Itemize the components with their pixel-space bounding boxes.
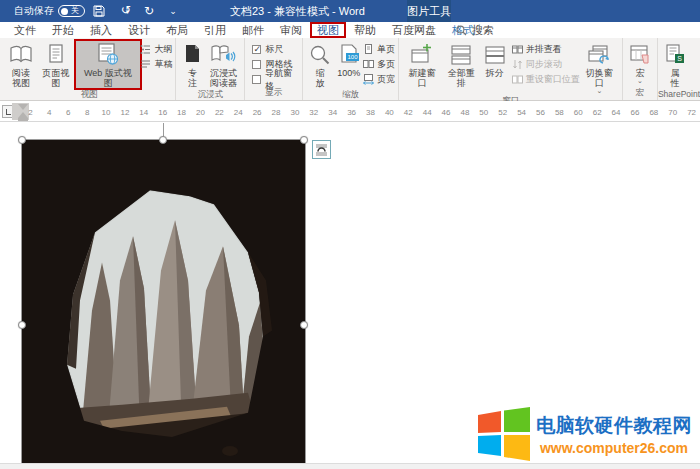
tab-mailings[interactable]: 邮件 <box>234 23 272 38</box>
document-canvas[interactable]: 电脑软硬件教程网 www.computer26.com <box>0 122 700 469</box>
ruler-number: 46 <box>437 103 456 123</box>
nav-pane-checkbox-row[interactable]: 导航窗格 <box>252 73 299 86</box>
ruler-number: 44 <box>418 103 437 123</box>
layout-options-button[interactable] <box>312 140 331 159</box>
search-control[interactable]: 搜索 <box>456 22 494 38</box>
outline-label: 大纲 <box>154 43 172 56</box>
group-zoom: 缩放 100 100% 单页 多页 页宽 <box>303 38 399 100</box>
multi-page-label: 多页 <box>377 58 395 71</box>
zoom-100-button[interactable]: 100 100% <box>334 41 363 78</box>
resize-handle-middle-left[interactable] <box>18 321 26 329</box>
tab-file[interactable]: 文件 <box>6 23 44 38</box>
split-button[interactable]: 拆分 <box>481 41 509 78</box>
tab-view[interactable]: 视图 <box>310 22 346 38</box>
multi-page-button[interactable]: 多页 <box>363 58 395 71</box>
horizontal-ruler[interactable]: 2468101214161820222426283032343638404244… <box>0 101 700 122</box>
read-mode-icon <box>9 42 33 67</box>
ruler-number: 20 <box>191 103 210 123</box>
read-mode-label: 阅读视图 <box>11 68 31 88</box>
redo-icon[interactable]: ↻ <box>141 4 157 18</box>
tab-insert[interactable]: 插入 <box>82 23 120 38</box>
undo-caret-icon[interactable]: ▾ <box>126 8 130 15</box>
ruler-number: 34 <box>323 103 342 123</box>
switch-windows-icon <box>587 42 611 67</box>
svg-text:100: 100 <box>347 54 358 60</box>
left-indent-marker[interactable] <box>18 118 28 121</box>
ruler-number: 62 <box>588 103 607 123</box>
print-layout-icon <box>46 42 66 67</box>
side-by-side-button[interactable]: 并排查看 <box>512 43 580 56</box>
split-label: 拆分 <box>486 68 504 78</box>
autosave-state: 关 <box>71 7 79 15</box>
layout-options-icon <box>315 143 328 156</box>
rotation-handle[interactable] <box>163 123 164 137</box>
ruler-number: 56 <box>531 103 550 123</box>
macros-group-label: 宏 <box>623 86 657 100</box>
group-views: 阅读视图 页面视图 Web 版式视图 大纲 <box>3 38 176 100</box>
tab-references[interactable]: 引用 <box>196 23 234 38</box>
tab-review[interactable]: 审阅 <box>272 23 310 38</box>
group-macros: 宏 ⌄ 宏 <box>623 38 658 100</box>
ruler-number: 38 <box>361 103 380 123</box>
ruler-number: 64 <box>607 103 626 123</box>
properties-button[interactable]: S 属性 <box>661 41 689 88</box>
tab-baidu-netdisk[interactable]: 百度网盘 <box>384 23 444 38</box>
one-page-button[interactable]: 单页 <box>363 43 395 56</box>
new-window-button[interactable]: 新建窗口 <box>402 41 441 88</box>
group-show: 标尺 网格线 导航窗格 显示 <box>245 38 303 100</box>
ruler-number: 26 <box>248 103 267 123</box>
web-layout-icon <box>96 42 120 67</box>
page-width-button[interactable]: 页宽 <box>363 73 395 86</box>
ruler-number: 36 <box>342 103 361 123</box>
ruler-number: 32 <box>304 103 323 123</box>
ruler-number: 42 <box>399 103 418 123</box>
arrange-all-button[interactable]: 全部重排 <box>442 41 481 88</box>
ruler-number: 72 <box>682 103 700 123</box>
first-line-indent-marker[interactable] <box>18 104 28 110</box>
resize-handle-top-right[interactable] <box>300 136 308 144</box>
reset-position-button: 重设窗口位置 <box>512 73 580 86</box>
autosave-control[interactable]: 自动保存 关 <box>14 4 85 18</box>
autosave-toggle[interactable]: 关 <box>58 5 85 17</box>
ruler-checkbox-row[interactable]: 标尺 <box>252 43 299 56</box>
save-icon[interactable] <box>93 5 109 17</box>
zoom-label: 缩放 <box>315 68 326 88</box>
sync-scroll-label: 同步滚动 <box>526 58 562 71</box>
selected-picture[interactable] <box>22 140 305 463</box>
undo-icon[interactable]: ↺▾ <box>117 3 133 19</box>
outline-button[interactable]: 大纲 <box>140 43 172 56</box>
ruler-number: 66 <box>626 103 645 123</box>
macros-button[interactable]: 宏 ⌄ <box>626 41 654 84</box>
tab-help[interactable]: 帮助 <box>346 23 384 38</box>
nav-pane-checkbox[interactable] <box>252 75 261 84</box>
tab-layout[interactable]: 布局 <box>158 23 196 38</box>
gridlines-checkbox[interactable] <box>252 60 261 69</box>
print-layout-button[interactable]: 页面视图 <box>36 41 76 88</box>
read-mode-button[interactable]: 阅读视图 <box>6 41 36 88</box>
ruler-number: 50 <box>474 103 493 123</box>
group-window: 新建窗口 全部重排 拆分 并排查看 <box>399 38 623 100</box>
switch-windows-button[interactable]: 切换窗口 ⌄ <box>580 41 619 94</box>
draft-button[interactable]: 草稿 <box>140 58 172 71</box>
immersive-reader-icon <box>210 42 236 67</box>
resize-handle-top-center[interactable] <box>159 136 167 144</box>
zoom-magnifier-icon <box>309 42 331 67</box>
web-layout-button[interactable]: Web 版式视图 <box>76 41 141 88</box>
arrange-all-icon <box>450 42 472 67</box>
ruler-number: 8 <box>78 103 97 123</box>
new-window-icon <box>410 42 434 67</box>
ruler-number: 48 <box>455 103 474 123</box>
zoom-button[interactable]: 缩放 <box>306 41 334 88</box>
immersive-reader-button[interactable]: 沉浸式阅读器 <box>205 41 241 88</box>
ruler-number: 4 <box>40 103 59 123</box>
focus-button[interactable]: 专注 <box>179 41 205 88</box>
tab-home[interactable]: 开始 <box>44 23 82 38</box>
title-bar: 自动保存 关 ↺▾ ↻ ⌄ 文档23 - 兼容性模式 - Word 图片工具 <box>0 0 700 22</box>
ruler-number: 70 <box>663 103 682 123</box>
resize-handle-top-left[interactable] <box>18 136 26 144</box>
tab-design[interactable]: 设计 <box>120 23 158 38</box>
ruler-checkbox[interactable] <box>252 45 261 54</box>
resize-handle-middle-right[interactable] <box>300 321 308 329</box>
customize-qat-icon[interactable]: ⌄ <box>165 4 181 18</box>
watermark-site-name: 电脑软硬件教程网 <box>536 413 692 439</box>
